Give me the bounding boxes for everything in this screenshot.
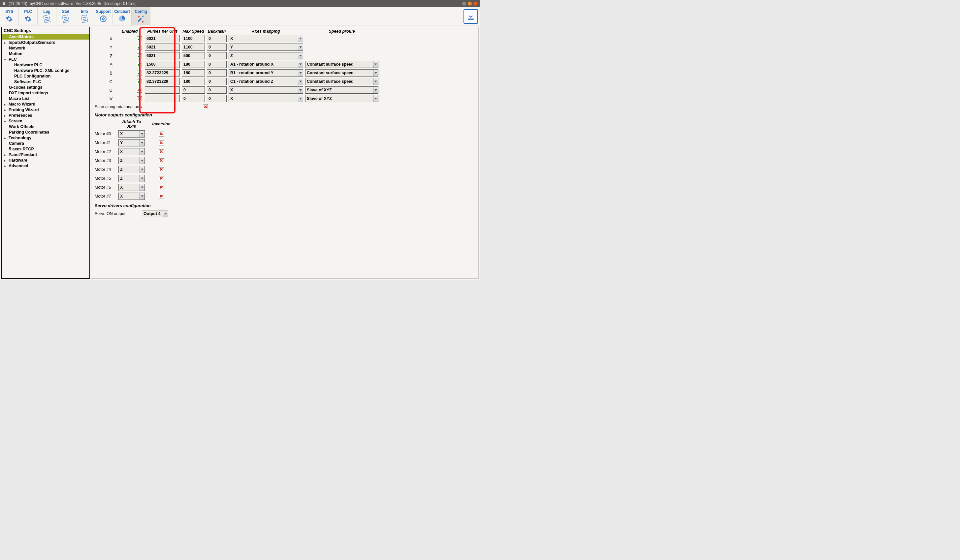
- toolbar-support[interactable]: Support: [94, 7, 113, 25]
- sidebar-item[interactable]: G-codes settings: [2, 85, 90, 90]
- motor-axis-select[interactable]: X: [118, 130, 145, 138]
- profile-select[interactable]: Slave of XYZ: [305, 86, 378, 94]
- sidebar-item[interactable]: Work Offsets: [2, 124, 90, 129]
- sidebar-item[interactable]: Motion: [2, 51, 90, 56]
- close-button[interactable]: [474, 2, 477, 6]
- mapping-select[interactable]: Z: [229, 52, 303, 59]
- backlash-input[interactable]: [207, 95, 227, 102]
- mapping-select[interactable]: A1 - rotation around X: [229, 61, 303, 68]
- motor-axis-select[interactable]: Z: [118, 157, 145, 164]
- axis-enabled-checkbox[interactable]: [137, 36, 142, 41]
- ppu-input[interactable]: [145, 61, 180, 68]
- ppu-input[interactable]: [145, 78, 180, 85]
- sidebar-item[interactable]: ▸Macro Wizard: [2, 101, 90, 107]
- mapping-select[interactable]: B1 - rotation around Y: [229, 69, 303, 77]
- motor-axis-select[interactable]: X: [118, 148, 145, 155]
- maxspeed-input[interactable]: [182, 61, 205, 68]
- motor-inversion-checkbox[interactable]: [159, 167, 164, 172]
- backlash-input[interactable]: [207, 43, 227, 51]
- motor-axis-select[interactable]: X: [118, 193, 145, 200]
- maxspeed-input[interactable]: [182, 69, 205, 77]
- sidebar-item[interactable]: Camera: [2, 141, 90, 146]
- ppu-input[interactable]: [145, 52, 180, 59]
- sidebar-item[interactable]: ▸Inputs/Outputs/Sensors: [2, 40, 90, 45]
- toolbar-plc[interactable]: PLC: [19, 7, 38, 25]
- ppu-input[interactable]: [145, 86, 180, 94]
- axis-enabled-checkbox[interactable]: [137, 45, 142, 50]
- sidebar-item[interactable]: 5 axes RTCP: [2, 146, 90, 152]
- backlash-input[interactable]: [207, 61, 227, 68]
- sidebar-item[interactable]: Hardware PLC: XML configs: [2, 67, 90, 73]
- motor-axis-select[interactable]: Z: [118, 175, 145, 182]
- sidebar-item[interactable]: Macro List: [2, 96, 90, 101]
- motor-inversion-checkbox[interactable]: [159, 158, 164, 163]
- maxspeed-input[interactable]: [182, 52, 205, 59]
- sidebar-item[interactable]: DXF import settings: [2, 90, 90, 96]
- backlash-input[interactable]: [207, 69, 227, 77]
- minimize-button[interactable]: [462, 2, 466, 6]
- sidebar-item[interactable]: PLC Configuration: [2, 73, 90, 79]
- mapping-select[interactable]: X: [229, 35, 303, 42]
- mapping-select[interactable]: Y: [229, 43, 303, 51]
- maxspeed-input[interactable]: [182, 95, 205, 102]
- toolbar-log[interactable]: Log: [38, 7, 56, 25]
- sidebar-item[interactable]: ▸Advanced: [2, 163, 90, 168]
- maximize-button[interactable]: [468, 2, 472, 6]
- axis-enabled-checkbox[interactable]: [137, 53, 142, 58]
- app-menu-dot[interactable]: [3, 2, 5, 5]
- maxspeed-input[interactable]: [182, 86, 205, 94]
- ppu-input[interactable]: [145, 35, 180, 42]
- sidebar-item[interactable]: ▸Screen: [2, 118, 90, 124]
- sidebar-item[interactable]: ▸Hardware: [2, 157, 90, 163]
- sidebar-item[interactable]: ▸Preferences: [2, 112, 90, 118]
- sidebar-item[interactable]: ▾PLC: [2, 56, 90, 62]
- sidebar-item[interactable]: ▸Probing Wizard: [2, 107, 90, 112]
- mapping-select[interactable]: C1 - rotation around Z: [229, 78, 303, 85]
- motor-axis-select[interactable]: Y: [118, 139, 145, 146]
- maxspeed-input[interactable]: [182, 78, 205, 85]
- axis-enabled-checkbox[interactable]: [137, 79, 142, 84]
- axis-enabled-checkbox[interactable]: [137, 96, 142, 101]
- motor-inversion-checkbox[interactable]: [159, 176, 164, 181]
- motor-axis-select[interactable]: X: [118, 184, 145, 191]
- axis-enabled-checkbox[interactable]: [137, 88, 142, 93]
- profile-select[interactable]: Slave of XYZ: [305, 95, 378, 102]
- ppu-input[interactable]: [145, 43, 180, 51]
- profile-select[interactable]: Constant surface speed: [305, 78, 378, 85]
- motor-inversion-checkbox[interactable]: [159, 185, 164, 190]
- toolbar-sys[interactable]: SYS: [0, 7, 19, 25]
- backlash-input[interactable]: [207, 86, 227, 94]
- motor-inversion-checkbox[interactable]: [159, 149, 164, 154]
- motor-inversion-checkbox[interactable]: [159, 194, 164, 199]
- sidebar-item[interactable]: ▸Panel/Pendant: [2, 152, 90, 157]
- profile-select[interactable]: Constant surface speed: [305, 69, 378, 77]
- sidebar-item[interactable]: Network: [2, 45, 90, 51]
- axis-enabled-checkbox[interactable]: [137, 62, 142, 67]
- ppu-input[interactable]: [145, 69, 180, 77]
- motor-inversion-checkbox[interactable]: [159, 141, 164, 146]
- backlash-input[interactable]: [207, 52, 227, 59]
- mapping-select[interactable]: X: [229, 95, 303, 102]
- toolbar-cutchart[interactable]: Cutchart: [113, 7, 132, 25]
- sidebar-item[interactable]: Hardware PLC: [2, 62, 90, 67]
- mapping-select[interactable]: X: [229, 86, 303, 94]
- scan-checkbox[interactable]: [203, 104, 208, 109]
- ppu-input[interactable]: [145, 95, 180, 102]
- backlash-input[interactable]: [207, 35, 227, 42]
- profile-select[interactable]: Constant surface speed: [305, 61, 378, 68]
- toolbar-config[interactable]: Config: [132, 7, 150, 25]
- toolbar-stat[interactable]: Stat: [56, 7, 75, 25]
- sidebar-item[interactable]: Software PLC: [2, 79, 90, 85]
- backlash-input[interactable]: [207, 78, 227, 85]
- sidebar-item[interactable]: Axes/Motors: [2, 34, 90, 40]
- sidebar-item[interactable]: Parking Coordinates: [2, 129, 90, 135]
- motor-axis-select[interactable]: Z: [118, 166, 145, 173]
- save-button[interactable]: [464, 9, 478, 24]
- axis-enabled-checkbox[interactable]: [137, 70, 142, 75]
- maxspeed-input[interactable]: [182, 43, 205, 51]
- maxspeed-input[interactable]: [182, 35, 205, 42]
- motor-inversion-checkbox[interactable]: [159, 131, 164, 136]
- toolbar-info[interactable]: Info: [75, 7, 94, 25]
- sidebar-item[interactable]: ▸Technology: [2, 135, 90, 141]
- servo-output-select[interactable]: Output 4: [142, 210, 168, 218]
